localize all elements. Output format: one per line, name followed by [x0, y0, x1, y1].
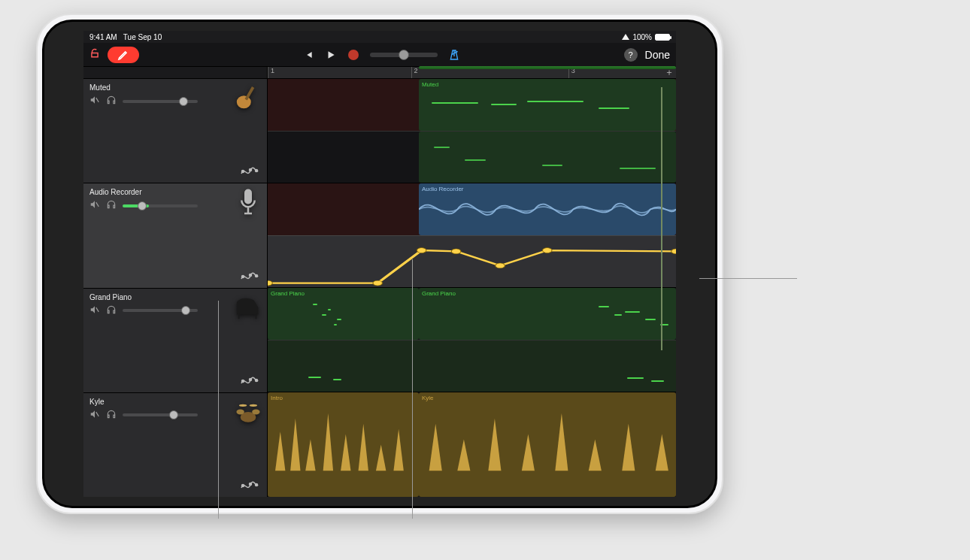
instrument-icon-piano[interactable]: [234, 293, 262, 322]
instrument-icon-bass[interactable]: [234, 83, 262, 112]
svg-point-23: [242, 485, 244, 487]
play-button[interactable]: [325, 49, 337, 61]
svg-marker-33: [393, 429, 403, 471]
svg-point-16: [256, 379, 258, 381]
svg-line-0: [96, 98, 99, 102]
song-end-marker[interactable]: [661, 87, 662, 350]
svg-point-19: [236, 409, 244, 414]
svg-point-15: [250, 378, 252, 380]
instrument-icon-mic[interactable]: [234, 188, 262, 216]
device-bezel: 9:41 AM Tue Sep 10 100%: [42, 20, 717, 508]
status-right: 100%: [622, 33, 670, 41]
volume-slider[interactable]: [123, 309, 198, 312]
midi-region[interactable]: [419, 132, 676, 183]
track-header[interactable]: Kyle: [83, 393, 267, 497]
app-screen: 9:41 AM Tue Sep 10 100%: [83, 31, 676, 497]
ipad-device-frame: 9:41 AM Tue Sep 10 100%: [36, 14, 723, 514]
svg-point-20: [252, 409, 259, 414]
svg-point-25: [256, 484, 258, 486]
song-position-slider[interactable]: [370, 53, 438, 57]
track-header[interactable]: Grand Piano: [83, 289, 267, 393]
svg-marker-31: [359, 424, 368, 471]
automation-point[interactable]: [451, 249, 461, 254]
svg-marker-26: [275, 431, 285, 471]
svg-point-5: [256, 170, 258, 172]
svg-marker-38: [555, 413, 568, 471]
mute-button[interactable]: [89, 409, 100, 422]
svg-point-10: [256, 274, 258, 277]
volume-slider[interactable]: [123, 413, 198, 416]
edit-toggle[interactable]: [108, 47, 139, 63]
automation-point[interactable]: [496, 263, 505, 268]
track-header-panel: Muted Audio Recorder: [83, 67, 268, 497]
help-button[interactable]: ?: [624, 48, 638, 62]
automation-point[interactable]: [417, 248, 426, 253]
instrument-icon-drums[interactable]: [234, 398, 262, 426]
svg-line-17: [96, 412, 99, 416]
audio-region[interactable]: Audio Recorder: [419, 183, 676, 235]
svg-point-4: [250, 169, 252, 171]
track-row: Audio Recorder: [268, 183, 676, 288]
automation-button[interactable]: [240, 375, 259, 388]
region-label: Grand Piano: [271, 290, 416, 297]
callout-line: [699, 278, 797, 279]
automation-button[interactable]: [240, 271, 259, 283]
callout-line: [218, 301, 219, 519]
svg-marker-37: [522, 434, 535, 471]
battery-percent: 100%: [632, 33, 652, 41]
rewind-button[interactable]: [302, 49, 314, 61]
mute-button[interactable]: [89, 95, 100, 107]
timeline-panel: 1 2 3 ＋ Muted: [268, 67, 676, 497]
svg-marker-28: [305, 440, 315, 471]
headphones-button[interactable]: [106, 304, 117, 317]
metronome-button[interactable]: [448, 49, 460, 61]
automation-button[interactable]: [240, 165, 259, 178]
svg-marker-34: [429, 424, 442, 471]
lock-icon[interactable]: [89, 48, 100, 61]
svg-point-24: [250, 483, 252, 486]
mute-button[interactable]: [89, 304, 100, 317]
automation-curve[interactable]: [268, 236, 676, 287]
volume-slider[interactable]: [123, 204, 198, 207]
automation-point[interactable]: [671, 249, 676, 254]
midi-region[interactable]: Grand Piano: [419, 288, 676, 340]
automation-point[interactable]: [268, 280, 272, 286]
svg-point-21: [239, 404, 247, 406]
midi-region[interactable]: Muted: [419, 79, 676, 131]
automation-point[interactable]: [373, 280, 383, 286]
bar-ruler[interactable]: 1 2 3 ＋: [268, 67, 676, 79]
done-button[interactable]: Done: [645, 49, 670, 61]
drum-region[interactable]: Intro: [268, 392, 419, 497]
midi-region[interactable]: Grand Piano: [268, 288, 419, 340]
headphones-button[interactable]: [106, 199, 117, 212]
battery-icon: [655, 34, 670, 41]
region-label: Muted: [422, 81, 673, 88]
bar-marker: 1: [268, 67, 411, 78]
track-row: Grand Piano Grand Piano: [268, 288, 676, 392]
svg-marker-29: [323, 413, 333, 471]
svg-rect-12: [238, 313, 240, 319]
transport-controls: [302, 49, 460, 61]
arranger-grid[interactable]: Muted: [268, 79, 676, 497]
svg-point-8: [242, 275, 244, 277]
svg-rect-7: [244, 189, 252, 204]
track-header[interactable]: Audio Recorder: [83, 183, 267, 288]
drum-region[interactable]: Kyle: [419, 392, 676, 497]
headphones-button[interactable]: [106, 95, 117, 107]
mute-button[interactable]: [89, 199, 100, 212]
headphones-button[interactable]: [106, 409, 117, 422]
volume-slider[interactable]: [123, 100, 198, 103]
automation-button[interactable]: [240, 480, 259, 492]
automation-point[interactable]: [542, 248, 552, 253]
loop-region-bar[interactable]: [419, 66, 676, 69]
status-left: 9:41 AM Tue Sep 10: [89, 33, 162, 41]
status-time: 9:41 AM: [89, 33, 117, 41]
track-header[interactable]: Muted: [83, 79, 267, 183]
drum-hits-icon: [419, 392, 676, 497]
main-area: Muted Audio Recorder: [83, 67, 676, 497]
svg-line-6: [96, 202, 99, 207]
svg-rect-13: [256, 313, 257, 319]
svg-marker-36: [488, 419, 501, 471]
record-button[interactable]: [347, 49, 359, 61]
status-date: Tue Sep 10: [123, 33, 162, 41]
